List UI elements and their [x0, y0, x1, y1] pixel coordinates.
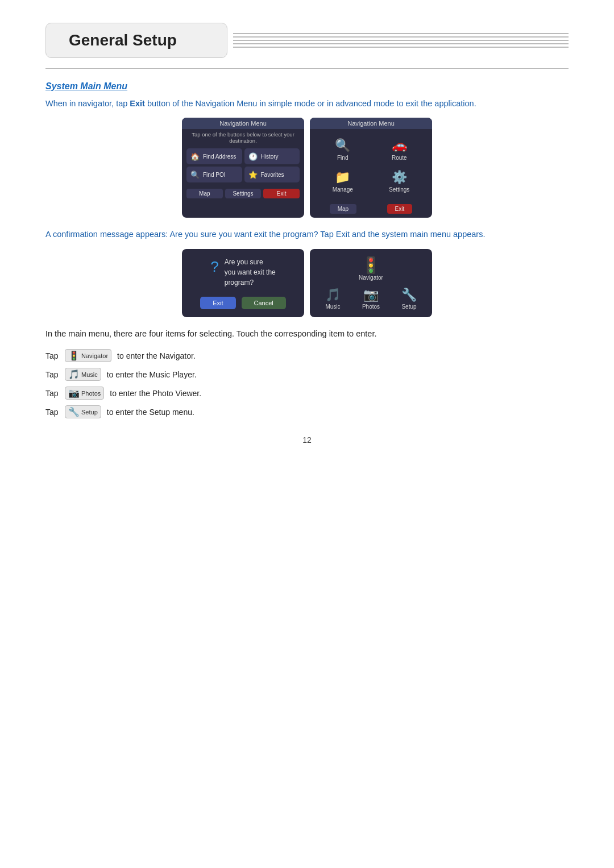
tap-desc-music: to enter the Music Player.: [107, 370, 197, 379]
title-decoration: [227, 23, 569, 58]
route-adv-label: Route: [392, 155, 407, 161]
navigator-icon: 🚦: [361, 256, 381, 275]
settings-button-simple[interactable]: Settings: [225, 189, 262, 198]
settings-adv-icon: ⚙️: [392, 170, 407, 185]
route-adv-icon: 🚗: [392, 138, 407, 153]
exit-confirm-button[interactable]: Exit: [200, 297, 235, 309]
page-title: General Setup: [45, 23, 227, 58]
nav-menu-simple-subtitle: Tap one of the buttons below to select y…: [182, 129, 304, 145]
photos-tap-emoji: 📷: [68, 388, 80, 398]
nav-adv-manage[interactable]: 📁 Manage: [314, 165, 371, 197]
page-number: 12: [45, 435, 569, 445]
navigator-label: Navigator: [359, 275, 383, 281]
tap-word-3: Tap: [45, 389, 61, 398]
para1-prefix: When in navigator, tap: [45, 99, 130, 108]
section-heading: System Main Menu: [45, 81, 569, 92]
navigator-tap-icon: 🚦 Navigator: [65, 349, 111, 362]
page: General Setup System Main Menu When in n…: [0, 0, 614, 479]
tap-item-photos: Tap 📷 Photos to enter the Photo Viewer.: [45, 387, 569, 400]
tap-word-2: Tap: [45, 370, 61, 379]
find-adv-icon: 🔍: [335, 138, 350, 153]
nav-adv-bottom: Map Exit: [310, 202, 432, 218]
history-icon: 🕐: [248, 151, 258, 161]
find-poi-label: Find POI: [203, 172, 225, 178]
manage-adv-label: Manage: [333, 186, 353, 193]
confirm-content-row: ? Are you sureyou want exit theprogram?: [210, 257, 276, 288]
nav-menu-simple-grid: 🏠 Find Address 🕐 History 🔍 Find POI ⭐ Fa…: [182, 145, 304, 186]
para2: A confirmation message appears: Are you …: [45, 228, 569, 240]
screenshot-pair-2: ? Are you sureyou want exit theprogram? …: [45, 249, 569, 317]
music-tap-label: Music: [81, 371, 98, 378]
music-tap-icon: 🎵 Music: [65, 368, 101, 381]
map-button-adv[interactable]: Map: [330, 204, 356, 214]
nav-adv-find[interactable]: 🔍 Find: [314, 134, 371, 165]
history-label: History: [261, 153, 279, 160]
tap-word-1: Tap: [45, 351, 61, 360]
navigator-tap-label: Navigator: [81, 352, 108, 359]
nav-menu-simple: Navigation Menu Tap one of the buttons b…: [182, 118, 304, 218]
para1-suffix: button of the Navigation Menu in simple …: [145, 99, 476, 108]
setup-icon: 🔧: [401, 288, 417, 302]
nav-btn-find-address[interactable]: 🏠 Find Address: [186, 148, 242, 164]
setup-tap-label: Setup: [81, 409, 98, 416]
divider: [45, 68, 569, 69]
nav-adv-grid: 🔍 Find 🚗 Route 📁 Manage ⚙️ Settings: [310, 129, 432, 202]
tap-desc-photos: to enter the Photo Viewer.: [110, 389, 201, 398]
confirm-dialog: ? Are you sureyou want exit theprogram? …: [182, 249, 304, 317]
map-button-simple[interactable]: Map: [186, 189, 223, 198]
settings-adv-label: Settings: [389, 186, 409, 193]
photos-tap-icon: 📷 Photos: [65, 387, 104, 400]
confirm-buttons: Exit Cancel: [191, 297, 295, 309]
nav-btn-favorites[interactable]: ⭐ Favorites: [244, 167, 300, 182]
find-address-icon: 🏠: [190, 151, 200, 161]
para3: In the main menu, there are four items f…: [45, 327, 569, 340]
nav-menu-advanced-title: Navigation Menu: [310, 118, 432, 129]
nav-menu-simple-bottom: Map Settings Exit: [182, 186, 304, 202]
nav-menu-advanced: Navigation Menu 🔍 Find 🚗 Route 📁 Manage …: [310, 118, 432, 218]
nav-btn-find-poi[interactable]: 🔍 Find POI: [186, 167, 242, 182]
music-label: Music: [325, 304, 340, 310]
find-poi-icon: 🔍: [190, 169, 200, 180]
screenshot-pair-1: Navigation Menu Tap one of the buttons b…: [45, 118, 569, 218]
tap-item-music: Tap 🎵 Music to enter the Music Player.: [45, 368, 569, 381]
sys-menu-bottom-row: 🎵 Music 📷 Photos 🔧 Setup: [314, 288, 428, 310]
setup-tap-emoji: 🔧: [68, 406, 80, 417]
music-menu-item[interactable]: 🎵 Music: [325, 288, 341, 310]
cancel-confirm-button[interactable]: Cancel: [242, 297, 286, 309]
photos-menu-item[interactable]: 📷 Photos: [362, 288, 380, 310]
tap-desc-navigator: to enter the Navigator.: [117, 351, 196, 360]
setup-menu-item[interactable]: 🔧 Setup: [401, 288, 417, 310]
tap-desc-setup: to enter the Setup menu.: [107, 408, 194, 417]
music-tap-emoji: 🎵: [68, 369, 80, 380]
confirm-message: Are you sureyou want exit theprogram?: [225, 257, 276, 288]
tap-item-setup: Tap 🔧 Setup to enter the Setup menu.: [45, 405, 569, 418]
nav-btn-history[interactable]: 🕐 History: [244, 148, 300, 164]
tap-word-4: Tap: [45, 408, 61, 417]
nav-adv-route[interactable]: 🚗 Route: [371, 134, 428, 165]
nav-adv-settings[interactable]: ⚙️ Settings: [371, 165, 428, 197]
para1: When in navigator, tap Exit button of th…: [45, 97, 569, 110]
find-adv-label: Find: [337, 155, 348, 161]
nav-menu-simple-title: Navigation Menu: [182, 118, 304, 129]
setup-tap-icon: 🔧 Setup: [65, 405, 101, 418]
title-block: General Setup: [45, 23, 569, 58]
navigator-tap-emoji: 🚦: [68, 350, 80, 361]
question-icon: ?: [210, 258, 218, 276]
find-address-label: Find Address: [203, 153, 236, 160]
navigator-menu-item[interactable]: 🚦 Navigator: [359, 256, 383, 281]
music-icon: 🎵: [325, 288, 341, 302]
sys-menu-top: 🚦 Navigator: [314, 256, 428, 281]
system-main-menu: 🚦 Navigator 🎵 Music 📷 Photos 🔧 Setup: [310, 249, 432, 317]
para1-bold: Exit: [130, 99, 145, 108]
exit-button-adv[interactable]: Exit: [387, 204, 413, 214]
manage-adv-icon: 📁: [335, 170, 350, 185]
exit-button-simple[interactable]: Exit: [263, 189, 300, 198]
tap-item-navigator: Tap 🚦 Navigator to enter the Navigator.: [45, 349, 569, 362]
photos-tap-label: Photos: [81, 390, 101, 397]
tap-list: Tap 🚦 Navigator to enter the Navigator. …: [45, 349, 569, 418]
photos-icon: 📷: [363, 288, 379, 302]
favorites-icon: ⭐: [248, 169, 258, 180]
setup-label: Setup: [401, 304, 416, 310]
photos-label: Photos: [362, 304, 380, 310]
favorites-label: Favorites: [261, 172, 284, 178]
